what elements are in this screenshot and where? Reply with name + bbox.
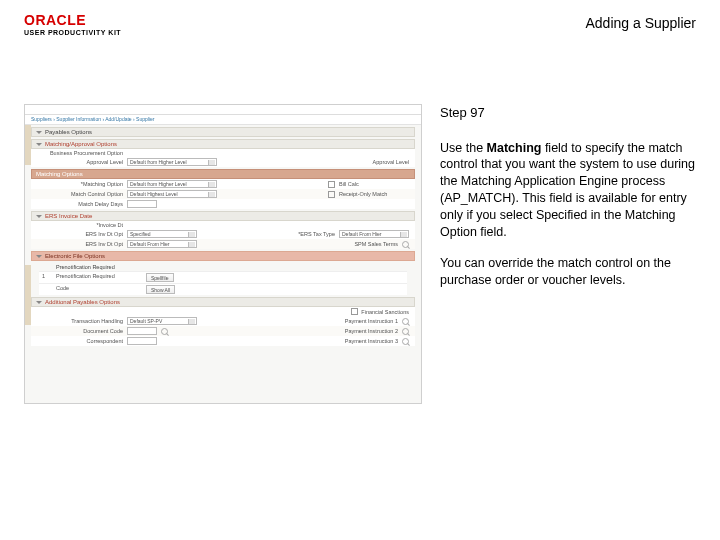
section-matching-options: Matching Options bbox=[36, 171, 83, 177]
financial-sanctions-checkbox[interactable] bbox=[351, 308, 358, 315]
chevron-down-icon bbox=[36, 215, 42, 218]
ers-invdt-select-2[interactable]: Default From Hier bbox=[127, 240, 197, 248]
product-line: USER PRODUCTIVITY KIT bbox=[24, 29, 121, 36]
lookup-icon[interactable] bbox=[402, 318, 409, 325]
doc-code-input[interactable] bbox=[127, 327, 157, 335]
section-ers-invoice: ERS Invoice Date bbox=[45, 213, 92, 219]
chevron-down-icon bbox=[36, 255, 42, 258]
ers-invdt-select[interactable]: Specified bbox=[127, 230, 197, 238]
section-additional: Additional Payables Options bbox=[45, 299, 120, 305]
approval-level-select[interactable]: Default from Higher Level bbox=[127, 158, 217, 166]
lookup-icon[interactable] bbox=[402, 328, 409, 335]
ers-tax-type-select[interactable]: Default From Hier bbox=[339, 230, 409, 238]
page-title: Adding a Supplier bbox=[585, 15, 696, 31]
match-delay-days-input[interactable] bbox=[127, 200, 157, 208]
section-payables: Payables Options bbox=[45, 129, 92, 135]
chevron-down-icon bbox=[36, 131, 42, 134]
step-label: Step 97 bbox=[440, 104, 696, 122]
instruction-paragraph-2: You can override the match control on th… bbox=[440, 255, 696, 289]
lookup-icon[interactable] bbox=[402, 338, 409, 345]
matching-option-select[interactable]: Default from Higher Level bbox=[127, 180, 217, 188]
chevron-down-icon bbox=[36, 301, 42, 304]
breadcrumb: Suppliers › Supplier Information › Add/U… bbox=[25, 115, 421, 125]
brand-text: ORACLE bbox=[24, 12, 86, 28]
oracle-logo: ORACLE USER PRODUCTIVITY KIT bbox=[24, 12, 121, 36]
lookup-icon[interactable] bbox=[402, 241, 409, 248]
match-control-select[interactable]: Default Highest Level bbox=[127, 190, 217, 198]
correspondent-input[interactable] bbox=[127, 337, 157, 345]
section-ebiz: Electronic File Options bbox=[45, 253, 105, 259]
instruction-panel: Step 97 Use the Matching field to specif… bbox=[440, 104, 696, 516]
instruction-paragraph-1: Use the Matching field to specify the ma… bbox=[440, 140, 696, 241]
section-match-approve: Matching/Approval Options bbox=[45, 141, 117, 147]
show-all-button[interactable]: Show All bbox=[146, 285, 175, 294]
txn-handling-select[interactable]: Default SP-PV bbox=[127, 317, 197, 325]
spellfile-button[interactable]: Spellfile bbox=[146, 273, 174, 282]
receipt-only-checkbox[interactable] bbox=[328, 191, 335, 198]
bill-calc-checkbox[interactable] bbox=[328, 181, 335, 188]
chevron-down-icon bbox=[36, 143, 42, 146]
lookup-icon[interactable] bbox=[161, 328, 168, 335]
embedded-screenshot: Suppliers › Supplier Information › Add/U… bbox=[24, 104, 422, 404]
